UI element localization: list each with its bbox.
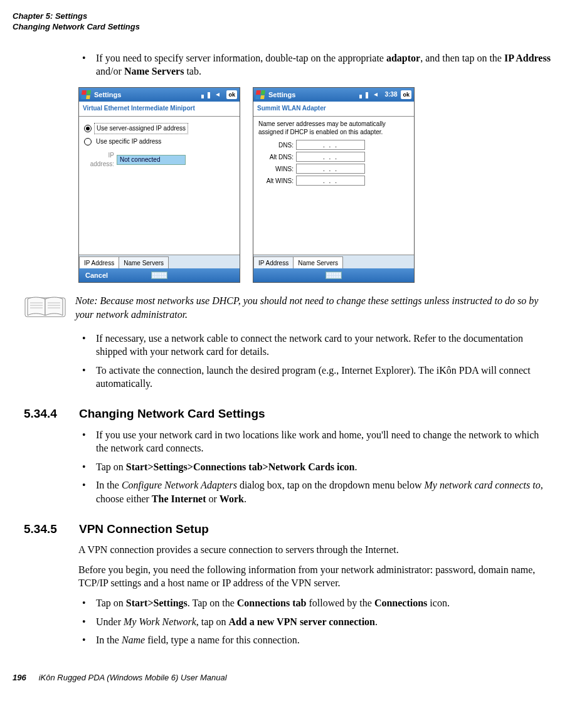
text: followed by the xyxy=(306,598,374,608)
panel: Use server-assigned IP address Use speci… xyxy=(79,117,240,255)
tab-ip-address[interactable]: IP Address xyxy=(79,256,119,270)
bold-start-settings: Start>Settings xyxy=(126,598,188,608)
text: If you need to specify server informatio… xyxy=(96,53,386,63)
tab-name-servers[interactable]: Name Servers xyxy=(119,256,169,270)
screenshot-ip-address: Settings ok Virtual Ethernet Intermediat… xyxy=(78,87,240,283)
text: dialog box, tap on the dropdown menu bel… xyxy=(237,480,425,490)
book-icon xyxy=(24,294,66,320)
tab-name-servers[interactable]: Name Servers xyxy=(293,256,343,270)
bottom-bar: Cancel xyxy=(79,268,240,282)
step-configure-adapters: In the Configure Network Adapters dialog… xyxy=(78,478,552,505)
signal-icon[interactable] xyxy=(359,91,368,98)
section-title: Changing Network Card Settings xyxy=(79,406,265,422)
tabs: IP Address Name Servers xyxy=(79,255,240,268)
panel: Name server addresses may be automatical… xyxy=(253,117,414,255)
text: . xyxy=(244,493,246,504)
adapter-name: Summit WLAN Adapter xyxy=(253,102,414,117)
text: , tap on xyxy=(196,616,229,627)
ok-button[interactable]: ok xyxy=(226,90,237,99)
step-two-locations: If you use your network card in two loca… xyxy=(78,428,552,455)
bold-name-servers: Name Servers xyxy=(124,66,184,76)
start-icon[interactable] xyxy=(81,90,91,99)
radio-label: Use specific IP address xyxy=(94,137,163,147)
speaker-icon[interactable] xyxy=(214,91,223,98)
page-number: 196 xyxy=(13,672,26,683)
text: In the xyxy=(96,480,122,490)
text: Under xyxy=(96,616,124,627)
note-block: Note: Because most networks use DHCP, yo… xyxy=(24,294,564,321)
keyboard-icon[interactable] xyxy=(326,272,342,279)
radio-icon[interactable] xyxy=(84,138,92,145)
text: In the xyxy=(96,635,122,645)
running-footer: 196 iKôn Rugged PDA (Windows Mobile 6) U… xyxy=(13,672,564,683)
cancel-button[interactable]: Cancel xyxy=(85,271,108,280)
section-number: 5.34.4 xyxy=(24,406,68,422)
step-specify-server: If you need to specify server informatio… xyxy=(78,51,552,78)
text: tab. xyxy=(184,66,201,76)
alt-dns-label: Alt DNS: xyxy=(258,153,294,162)
keyboard-icon[interactable] xyxy=(151,272,167,279)
text: choose either xyxy=(96,493,152,504)
ip-address-label: IP address: xyxy=(84,151,114,168)
text: , and then tap on the xyxy=(420,53,504,63)
section-number: 5.34.5 xyxy=(24,521,68,537)
text: . xyxy=(354,462,357,472)
bold-ip-address: IP Address xyxy=(504,53,551,63)
note-lead: Note: xyxy=(75,295,100,306)
window-title: Settings xyxy=(94,90,121,100)
step-network-cable: If necessary, use a network cable to con… xyxy=(78,332,552,359)
speaker-icon[interactable] xyxy=(372,91,381,98)
alt-wins-label: Alt WINS: xyxy=(258,177,294,186)
radio-specific-ip[interactable]: Use specific IP address xyxy=(84,137,235,147)
bold-adaptor: adaptor xyxy=(386,53,420,63)
dns-field[interactable]: . . . xyxy=(296,140,365,150)
radio-server-assigned[interactable]: Use server-assigned IP address xyxy=(84,123,235,134)
step-vpn-name: In the Name field, type a name for this … xyxy=(78,633,552,647)
adapter-name: Virtual Ethernet Intermediate Miniport xyxy=(79,102,240,117)
step-vpn-connections: Tap on Start>Settings. Tap on the Connec… xyxy=(78,596,552,610)
clock: 3:38 xyxy=(384,90,397,99)
note-text: Note: Because most networks use DHCP, yo… xyxy=(75,294,564,321)
text: . xyxy=(375,616,378,627)
bold-internet: The Internet xyxy=(152,493,206,504)
heading-5-34-5: 5.34.5 VPN Connection Setup xyxy=(24,521,564,537)
text: . Tap on the xyxy=(188,598,237,608)
dns-label: DNS: xyxy=(258,141,294,150)
italic-field: My network card connects to, xyxy=(425,480,543,490)
text: Tap on xyxy=(96,598,126,608)
step-activate-connection: To activate the connection, launch the d… xyxy=(78,364,552,391)
ok-button[interactable]: ok xyxy=(401,90,411,99)
paragraph-vpn-prereq: Before you begin, you need the following… xyxy=(78,563,552,590)
radio-icon[interactable] xyxy=(84,125,92,132)
section-line: Changing Network Card Settings xyxy=(13,22,564,33)
wins-label: WINS: xyxy=(258,165,294,174)
book-title: iKôn Rugged PDA (Windows Mobile 6) User … xyxy=(39,672,227,683)
bottom-bar xyxy=(253,268,414,282)
tab-ip-address[interactable]: IP Address xyxy=(253,256,294,270)
step-vpn-add: Under My Work Network, tap on Add a new … xyxy=(78,615,552,629)
titlebar: Settings ok xyxy=(79,88,240,102)
alt-dns-field[interactable]: . . . xyxy=(296,152,365,162)
text: field, type a name for this connection. xyxy=(145,635,300,645)
wins-field[interactable]: . . . xyxy=(296,164,365,174)
bold-add-vpn: Add a new VPN server connection xyxy=(228,616,375,627)
start-icon[interactable] xyxy=(255,90,265,99)
step-tap-network-cards: Tap on Start>Settings>Connections tab>Ne… xyxy=(78,460,552,474)
alt-wins-field[interactable]: . . . xyxy=(296,176,365,186)
ip-address-field[interactable]: Not connected xyxy=(117,155,186,165)
section-title: VPN Connection Setup xyxy=(79,521,209,537)
paragraph-vpn-intro: A VPN connection provides a secure conne… xyxy=(78,543,552,557)
running-header: Chapter 5: Settings Changing Network Car… xyxy=(13,11,564,33)
bold-connections-tab: Connections tab xyxy=(237,598,307,608)
window-title: Settings xyxy=(268,90,295,100)
screenshot-row: Settings ok Virtual Ethernet Intermediat… xyxy=(78,87,552,283)
tabs: IP Address Name Servers xyxy=(253,255,414,268)
bold-work: Work xyxy=(220,493,244,504)
titlebar: Settings 3:38 ok xyxy=(253,88,414,102)
heading-5-34-4: 5.34.4 Changing Network Card Settings xyxy=(24,406,564,422)
blurb: Name server addresses may be automatical… xyxy=(258,120,409,136)
text: icon. xyxy=(427,598,450,608)
screenshot-name-servers: Settings 3:38 ok Summit WLAN Adapter Nam… xyxy=(253,87,415,283)
note-body: Because most networks use DHCP, you shou… xyxy=(75,295,538,320)
signal-icon[interactable] xyxy=(201,91,210,98)
